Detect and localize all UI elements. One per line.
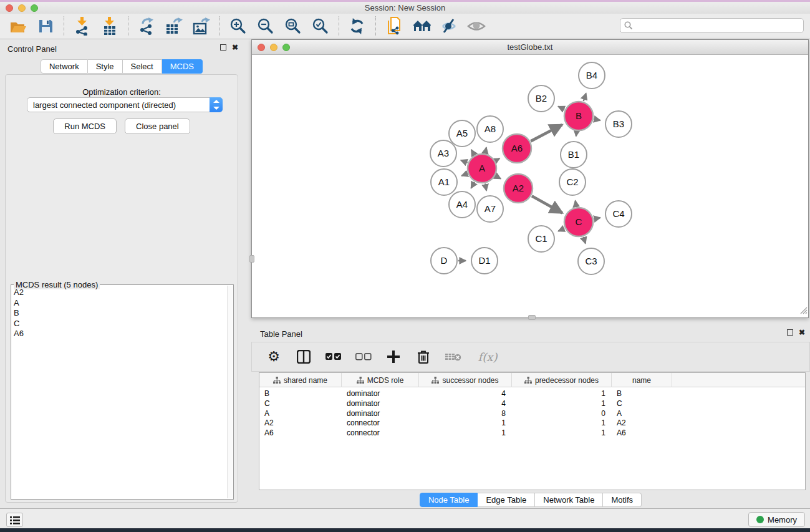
edge-A-A3[interactable] xyxy=(461,160,468,163)
table-cell[interactable]: A xyxy=(264,409,269,418)
edge-B-B3[interactable] xyxy=(594,119,600,120)
table-cell[interactable]: A xyxy=(617,409,622,418)
function-builder-icon[interactable]: f(x) xyxy=(475,349,500,365)
zoom-fit-icon[interactable] xyxy=(284,17,302,36)
network-canvas[interactable]: B4B2BB3A8A5A6A3B1AA1C2A2A4A7C4CC1DD1C3 xyxy=(252,55,808,317)
edge-A-A6[interactable] xyxy=(496,158,500,161)
node-A5[interactable]: A5 xyxy=(449,120,475,147)
column-header-shared-name[interactable]: shared name xyxy=(259,373,342,387)
memory-button[interactable]: Memory xyxy=(748,512,805,527)
column-header-successor-nodes[interactable]: successor nodes xyxy=(419,373,512,387)
zoom-selected-icon[interactable] xyxy=(311,17,330,36)
edge-A2-C[interactable] xyxy=(532,196,562,213)
criterion-dropdown[interactable]: largest connected component (directed) xyxy=(27,97,223,112)
select-all-columns-icon[interactable] xyxy=(325,349,342,365)
tab-network[interactable]: Network xyxy=(41,59,88,74)
node-B3[interactable]: B3 xyxy=(605,111,632,137)
table-cell[interactable]: C xyxy=(617,399,622,408)
node-D1[interactable]: D1 xyxy=(471,248,498,274)
tab-edge-table[interactable]: Edge Table xyxy=(478,493,535,507)
edge-A-A1[interactable] xyxy=(461,173,467,175)
table-cell[interactable]: B xyxy=(264,389,269,398)
node-C3[interactable]: C3 xyxy=(578,248,604,274)
table-cell[interactable]: A6 xyxy=(617,428,626,437)
mcds-result-item[interactable]: A6 xyxy=(14,329,227,339)
edge-C-C4[interactable] xyxy=(594,218,600,219)
table-cell[interactable]: dominator xyxy=(347,389,380,398)
close-panel-button[interactable]: Close panel xyxy=(125,118,190,134)
table-settings-gear-icon[interactable]: ⚙ xyxy=(266,349,282,365)
edge-A6-B[interactable] xyxy=(531,125,562,141)
tab-network-table[interactable]: Network Table xyxy=(535,493,603,507)
delete-table-icon[interactable] xyxy=(445,349,461,365)
table-cell[interactable]: 4 xyxy=(419,389,506,398)
node-A8[interactable]: A8 xyxy=(477,116,503,142)
close-panel-icon[interactable]: ✖ xyxy=(232,44,238,51)
column-header-name[interactable]: name xyxy=(612,373,672,387)
delete-column-icon[interactable] xyxy=(415,349,432,365)
table-cell[interactable]: 1 xyxy=(512,428,605,437)
table-cell[interactable]: dominator xyxy=(347,399,380,408)
table-cell[interactable]: dominator xyxy=(347,409,380,418)
tab-motifs[interactable]: Motifs xyxy=(603,493,642,507)
table-cell[interactable]: 1 xyxy=(419,428,506,437)
node-C1[interactable]: C1 xyxy=(528,226,554,252)
node-B[interactable]: B xyxy=(564,102,593,130)
node-C4[interactable]: C4 xyxy=(605,201,632,227)
table-cell[interactable]: 1 xyxy=(512,399,605,408)
edge-A-A7[interactable] xyxy=(485,184,486,191)
node-A7[interactable]: A7 xyxy=(477,196,503,222)
add-column-icon[interactable] xyxy=(385,349,402,365)
network-vertical-scrollbar[interactable] xyxy=(249,255,254,263)
table-cell[interactable]: C xyxy=(264,399,270,408)
node-A3[interactable]: A3 xyxy=(430,140,456,167)
table-cell[interactable]: connector xyxy=(347,418,380,427)
float-table-panel-icon[interactable] xyxy=(787,329,793,336)
node-A[interactable]: A xyxy=(468,154,496,183)
node-A6[interactable]: A6 xyxy=(503,134,531,163)
export-image-icon[interactable] xyxy=(192,17,211,36)
mcds-result-item[interactable]: A2 xyxy=(14,288,227,298)
node-A4[interactable]: A4 xyxy=(449,191,475,218)
new-network-from-selection-icon[interactable] xyxy=(385,17,403,36)
node-B1[interactable]: B1 xyxy=(561,142,587,168)
node-C2[interactable]: C2 xyxy=(559,169,586,195)
edge-A-A2[interactable] xyxy=(496,176,501,178)
import-network-icon[interactable] xyxy=(73,17,92,36)
edge-A-A4[interactable] xyxy=(471,182,474,188)
column-header-predecessor-nodes[interactable]: predecessor nodes xyxy=(512,373,612,387)
run-mcds-button[interactable]: Run MCDS xyxy=(53,118,117,134)
tab-select[interactable]: Select xyxy=(123,59,162,74)
node-D[interactable]: D xyxy=(431,248,457,274)
node-B2[interactable]: B2 xyxy=(528,85,554,112)
show-columns-icon[interactable] xyxy=(296,349,312,365)
save-icon[interactable] xyxy=(36,17,55,36)
close-table-panel-icon[interactable]: ✖ xyxy=(799,329,805,336)
network-window-titlebar[interactable]: testGlobe.txt xyxy=(252,40,808,55)
node-A1[interactable]: A1 xyxy=(431,169,457,195)
mcds-result-item[interactable]: A xyxy=(14,298,227,309)
zoom-out-icon[interactable] xyxy=(256,17,275,36)
edge-C-C3[interactable] xyxy=(584,237,586,244)
network-horizontal-scrollbar[interactable] xyxy=(528,315,536,320)
edge-B-B1[interactable] xyxy=(576,132,577,136)
table-cell[interactable]: B xyxy=(617,389,622,398)
unselect-all-columns-icon[interactable] xyxy=(355,349,372,365)
tab-style[interactable]: Style xyxy=(88,59,123,74)
export-table-icon[interactable] xyxy=(165,17,183,36)
float-panel-icon[interactable] xyxy=(220,44,226,51)
table-cell[interactable]: A2 xyxy=(617,418,626,427)
task-history-button[interactable] xyxy=(6,513,23,527)
table-cell[interactable]: A6 xyxy=(264,428,274,437)
column-header-MCDS-role[interactable]: MCDS role xyxy=(342,373,419,387)
edge-C-C2[interactable] xyxy=(576,201,577,207)
node-B4[interactable]: B4 xyxy=(579,62,605,89)
refresh-icon[interactable] xyxy=(348,17,367,36)
result-scrollbar[interactable] xyxy=(227,286,233,498)
table-cell[interactable]: 4 xyxy=(419,399,506,408)
node-A2[interactable]: A2 xyxy=(504,174,533,203)
table-cell[interactable]: 8 xyxy=(419,409,506,418)
edge-A-A5[interactable] xyxy=(471,150,475,155)
mcds-result-item[interactable]: B xyxy=(14,308,227,319)
resize-grip-icon[interactable] xyxy=(799,306,808,317)
